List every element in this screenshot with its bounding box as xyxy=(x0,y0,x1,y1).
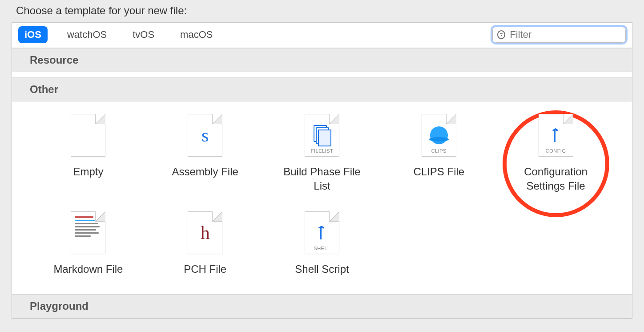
file-icon-empty xyxy=(71,114,105,157)
platform-tabs: iOS watchOS tvOS macOS xyxy=(18,26,219,43)
template-label: Markdown File xyxy=(53,262,123,276)
glyph-h-icon: h xyxy=(201,223,210,242)
clips-ball-icon xyxy=(430,126,448,144)
template-configuration-settings-file[interactable]: CONFIG Configuration Settings File xyxy=(497,114,614,194)
icon-caption: SHELL xyxy=(305,246,339,251)
file-icon-assembly: s xyxy=(188,114,222,157)
template-clips-file[interactable]: CLIPS CLIPS File xyxy=(380,114,497,194)
template-label: Build Phase File List xyxy=(275,165,369,194)
file-icon-markdown xyxy=(71,211,105,254)
tab-watchos[interactable]: watchOS xyxy=(61,26,113,43)
template-grid-other: Empty s Assembly File FILELIST Build Pha… xyxy=(12,101,632,294)
filter-input[interactable] xyxy=(510,29,621,40)
file-icon-shell: SHELL xyxy=(305,211,339,254)
template-label: Empty xyxy=(73,165,103,179)
tab-macos[interactable]: macOS xyxy=(174,26,219,43)
template-assembly-file[interactable]: s Assembly File xyxy=(147,114,264,194)
section-header-other: Other xyxy=(12,77,632,101)
template-label: Configuration Settings File xyxy=(509,165,603,194)
template-empty[interactable]: Empty xyxy=(30,114,147,194)
template-shell-script[interactable]: SHELL Shell Script xyxy=(264,211,381,276)
file-icon-config: CONFIG xyxy=(539,114,573,157)
template-label: CLIPS File xyxy=(413,165,464,179)
filter-field[interactable] xyxy=(492,27,626,43)
icon-caption: CONFIG xyxy=(539,148,573,154)
file-icon-filelist: FILELIST xyxy=(305,114,339,157)
template-markdown-file[interactable]: Markdown File xyxy=(30,211,147,276)
tab-ios[interactable]: iOS xyxy=(18,26,48,43)
section-header-resource: Resource xyxy=(12,48,632,72)
file-icon-clips: CLIPS xyxy=(422,114,456,157)
icon-caption: FILELIST xyxy=(305,148,339,154)
template-build-phase-file-list[interactable]: FILELIST Build Phase File List xyxy=(264,114,381,194)
tab-tvos[interactable]: tvOS xyxy=(126,26,161,43)
template-panel: iOS watchOS tvOS macOS Resource Other Em… xyxy=(12,22,632,319)
filter-icon xyxy=(497,30,505,39)
markdown-lines-icon xyxy=(75,216,101,249)
section-header-playground: Playground xyxy=(12,294,632,318)
filelist-stack-icon xyxy=(314,125,330,146)
glyph-s-icon: s xyxy=(201,126,209,145)
template-pch-file[interactable]: h PCH File xyxy=(147,211,264,276)
template-label: Shell Script xyxy=(295,262,349,276)
platform-tabbar: iOS watchOS tvOS macOS xyxy=(12,23,632,48)
icon-caption: CLIPS xyxy=(422,148,456,154)
hammer-icon xyxy=(549,127,563,144)
template-chooser-sheet: Choose a template for your new file: iOS… xyxy=(0,0,644,319)
template-label: PCH File xyxy=(184,262,226,276)
sheet-title: Choose a template for your new file: xyxy=(0,3,644,22)
hammer-icon xyxy=(315,224,329,241)
template-label: Assembly File xyxy=(172,165,238,179)
file-icon-pch: h xyxy=(188,211,222,254)
